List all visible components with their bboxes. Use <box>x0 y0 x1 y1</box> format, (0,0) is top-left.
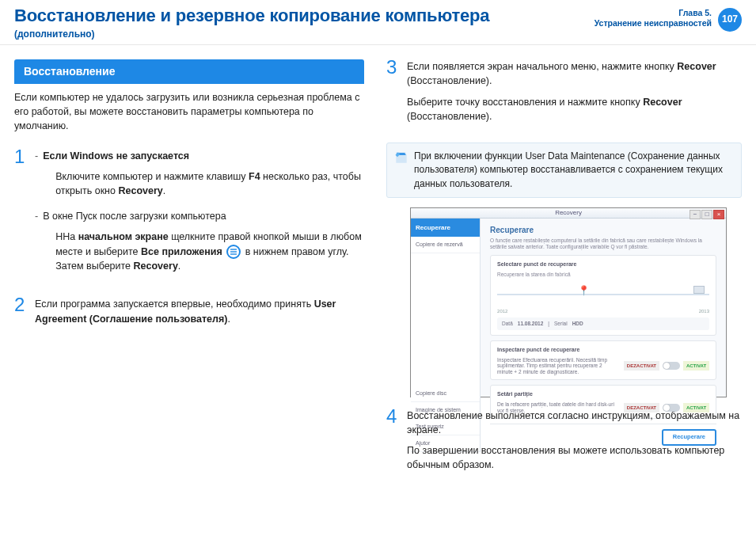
recovery-window-screenshot: Recovery − □ × Recuperare Copiere de rez… <box>410 207 727 397</box>
chapter-text: Глава 5. Устранение неисправностей <box>595 8 712 29</box>
ss-years: 2012 2013 <box>497 308 709 315</box>
bullet2-body: ННа начальном экране щелкните правой кно… <box>55 230 364 273</box>
recovery-word: Recovery <box>118 185 162 196</box>
dash-icon: - <box>35 149 38 204</box>
intro-paragraph: Если компьютер не удалось загрузить или … <box>14 90 364 133</box>
ss-info-row: Dată 11.08.2012 | Serial HDD <box>497 317 709 329</box>
page-header: Восстановление и резервное копирование к… <box>0 0 756 45</box>
ss-titlebar: Recovery − □ × <box>411 208 726 219</box>
t: Включите компьютер и нажмите клавишу <box>55 171 249 182</box>
ss-toggle-1[interactable]: DEZACTIVAT ACTIVAT <box>624 361 709 371</box>
step-3-number: 3 <box>386 58 399 77</box>
step-4-number: 4 <box>386 407 399 426</box>
step-1-bullet-2: - В окне Пуск после загрузки компьютера … <box>35 209 364 279</box>
flag-icon[interactable] <box>693 286 705 294</box>
page-number-badge: 107 <box>718 8 742 32</box>
all-apps-icon <box>226 245 241 259</box>
t: (Восстановление). <box>407 111 492 122</box>
right-column: 3 Если появляется экран начального меню,… <box>386 59 742 491</box>
t: (Восстановление). <box>407 75 492 86</box>
date-value: 11.08.2012 <box>518 320 544 327</box>
ss-panel3-title: Setări partiție <box>497 390 709 398</box>
note-box: При включении функции User Data Maintena… <box>386 143 742 198</box>
ss-tab-recuperare[interactable]: Recuperare <box>411 219 480 238</box>
step-1-number: 1 <box>14 147 27 166</box>
toggle-on-label: ACTIVAT <box>683 361 709 371</box>
content-columns: Восстановление Если компьютер не удалось… <box>0 45 756 491</box>
ss-panel2-desc: Inspectare Efectuarea recuperării. Neces… <box>497 357 616 374</box>
key-f4: F4 <box>249 171 260 182</box>
switch-icon[interactable] <box>663 362 680 370</box>
t: Если появляется экран начального меню, н… <box>407 61 677 72</box>
page-subtitle: (дополнительно) <box>14 28 489 41</box>
step4-p1: Восстановление выполняется согласно инст… <box>407 409 742 437</box>
step-3: 3 Если появляется экран начального меню,… <box>386 59 742 130</box>
ss-tab-copiere[interactable]: Copiere de rezervă <box>411 237 480 253</box>
step-1-body: - Если Windows не запускается Включите к… <box>35 149 364 284</box>
serial-label: Serial <box>554 320 568 327</box>
ss-panel2-title: Inspectare punct de recuperare <box>497 346 709 354</box>
step4-p2: По завершении восстановления вы можете и… <box>407 443 742 472</box>
step-1-bullet-1: - Если Windows не запускается Включите к… <box>35 149 364 204</box>
step-2-body: Если программа запускается впервые, необ… <box>35 297 364 332</box>
ss-window-buttons: − □ × <box>690 210 724 219</box>
step-3-body: Если появляется экран начального меню, н… <box>407 59 742 130</box>
title-block: Восстановление и резервное копирование к… <box>14 3 489 41</box>
t: Recover <box>643 97 682 108</box>
step-2: 2 Если программа запускается впервые, не… <box>14 297 364 332</box>
chapter-line1: Глава 5. <box>595 8 712 18</box>
ss-main-sub: O funcție care restabilește computerul l… <box>490 238 716 250</box>
t: ННа <box>55 231 78 242</box>
maximize-icon[interactable]: □ <box>701 210 712 219</box>
t: Все приложения <box>141 246 222 257</box>
t: Выберите точку восстановления и нажмите … <box>407 97 643 108</box>
t: . <box>163 185 165 196</box>
note-text: При включении функции User Data Maintena… <box>414 150 723 189</box>
minimize-icon[interactable]: − <box>690 210 701 219</box>
note-icon <box>393 150 409 165</box>
step-4: 4 Восстановление выполняется согласно ин… <box>386 409 742 479</box>
close-icon[interactable]: × <box>713 210 724 219</box>
date-label: Dată <box>502 320 513 327</box>
chapter-line2: Устранение неисправностей <box>595 18 712 29</box>
bullet2-title: В окне Пуск после загрузки компьютера <box>43 209 364 223</box>
year-a: 2012 <box>497 308 507 315</box>
ss-timeline[interactable]: 📍 <box>497 283 709 305</box>
pin-icon[interactable]: 📍 <box>578 284 590 298</box>
ss-btn-copiere-disc[interactable]: Copiere disc <box>411 386 480 402</box>
left-column: Восстановление Если компьютер не удалось… <box>14 59 364 491</box>
ss-panel1-title: Selectare punct de recuperare <box>497 260 709 268</box>
page-title: Восстановление и резервное копирование к… <box>14 3 489 29</box>
ss-panel-inspect: Inspectare punct de recuperare Inspectar… <box>490 340 716 381</box>
switch-icon[interactable] <box>663 404 680 412</box>
bullet1-body: Включите компьютер и нажмите клавишу F4 … <box>55 169 364 198</box>
chapter-block: Глава 5. Устранение неисправностей 107 <box>595 3 742 32</box>
bullet1-title: Если Windows не запускается <box>43 150 189 162</box>
year-b: 2013 <box>699 308 709 315</box>
ss-main-heading: Recuperare <box>490 225 716 237</box>
t: начальном экране <box>78 231 169 242</box>
step-4-body: Восстановление выполняется согласно инст… <box>407 409 742 479</box>
ss-panel1-sub: Recuperare la starea din fabrică <box>497 272 709 278</box>
t: . <box>227 314 230 325</box>
dash-icon: - <box>35 209 38 279</box>
toggle-off-label: DEZACTIVAT <box>624 361 659 371</box>
ss-window-title: Recovery <box>555 208 582 218</box>
serial-value: HDD <box>572 320 583 327</box>
ss-panel-select-point: Selectare punct de recuperare Recuperare… <box>490 255 716 336</box>
t: Recover <box>677 61 716 72</box>
step-2-number: 2 <box>14 295 27 314</box>
ss-timeline-line <box>497 294 709 295</box>
t: Если программа запускается впервые, необ… <box>35 298 314 310</box>
step-1: 1 - Если Windows не запускается Включите… <box>14 149 364 284</box>
t: Recovery <box>134 260 178 272</box>
section-heading: Восстановление <box>14 59 364 83</box>
t: . <box>178 260 180 272</box>
